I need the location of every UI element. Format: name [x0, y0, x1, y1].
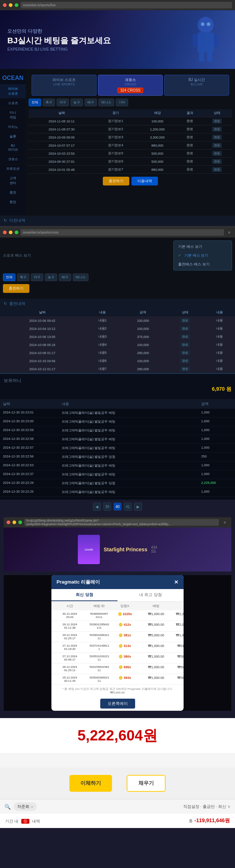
close-dot2[interactable]	[3, 231, 7, 234]
dropdown-item-2[interactable]: ✓ 기본 배스 보기	[174, 251, 232, 260]
sidebar-item-slot[interactable]: 슬롯	[0, 132, 26, 141]
sidebar-item-casino[interactable]: 카지노	[0, 122, 26, 132]
col-game: 경기	[95, 109, 137, 117]
filter2-basketball[interactable]: 농구	[45, 273, 57, 281]
charge-button-2[interactable]: 충전하기	[3, 284, 29, 293]
filter-row-2: 전체 축구 야구 농구 배구 테니스	[3, 273, 232, 281]
hero-main-text: BJ실시간 베팅을 즐겨보세요	[7, 36, 111, 45]
sports-betting-area: 스포츠 배스 보기 기본 배스 보기 ✓ 기본 배스 보기 출전배스 배스 보기	[0, 238, 235, 299]
hero-subtitle: 오션만의 다양한	[7, 28, 111, 34]
dropdown-menu[interactable]: 기본 배스 보기 ✓ 기본 배스 보기 출전배스 배스 보기	[173, 240, 232, 271]
search-tag-close[interactable]: ×	[31, 805, 33, 809]
pagination: ◀ 39 40 41 ▶	[0, 500, 235, 514]
txn-row: 2024-12-30 20:23:00 프래그매틱플레이(슬) 별빛공주 배팅 …	[0, 418, 235, 426]
minimize-dot2[interactable]	[9, 231, 12, 234]
close-dot[interactable]	[3, 3, 7, 7]
cat-live-sports[interactable]: 라이브 스포츠 LIVE SPORTS	[32, 75, 97, 96]
history-button[interactable]: 이용내역	[131, 177, 158, 185]
big-amount-section: 5,222,604원	[0, 718, 235, 753]
svg-rect-3	[214, 34, 218, 47]
txn-col-content: 내용	[59, 399, 198, 409]
table-row: 2024-10-01 05:48 경기정보7 880,000 완료 완료	[29, 166, 232, 174]
charge-button[interactable]: 충전하기	[103, 177, 129, 185]
browser3-close[interactable]: ✕	[221, 521, 228, 525]
prev-page[interactable]: ◀	[93, 503, 101, 511]
page-41[interactable]: 41	[124, 503, 132, 511]
search-filter[interactable]: 직접설정 · 출금만 · 최신 ∨	[183, 804, 231, 809]
browser2-top-bar: oceanbet.io/sports/cross ✕	[0, 227, 235, 238]
sidebar-item-sports[interactable]: 스포츠	[0, 99, 26, 108]
filter-basketball[interactable]: 농구	[70, 99, 83, 106]
col-result: 결과	[178, 109, 202, 117]
dropdown-item-3[interactable]: 출전배스 배스 보기	[174, 260, 232, 269]
txn-row: 2024-12-30 20:22:53 프래그매틱플레이(슬) 별빛공주 배팅 …	[0, 461, 235, 470]
cat-cross[interactable]: 크로스 CROSS 324 CROSS	[98, 75, 163, 96]
action-btns-2: 충전하기	[3, 284, 232, 293]
url-bar2[interactable]: oceanbet.io/sports/cross	[21, 229, 224, 236]
url-bar3[interactable]: b=tp1g3/bmp.dminkzidng.net/g2s/html/Game…	[24, 519, 219, 526]
main-layout: OCEAN 라이브스포츠 스포츠 미니게임 카지노 슬롯 BJ라이브 크로스 프…	[0, 69, 235, 216]
search-bar: 🔍 차준희 × 직접설정 · 출금만 · 최신 ∨	[0, 799, 235, 814]
modal-close-icon[interactable]: ✕	[174, 579, 178, 585]
sidebar-item-promo[interactable]: 프로모션	[0, 164, 26, 174]
sidebar-item-support[interactable]: 고객센터	[0, 174, 26, 188]
minimize-dot[interactable]	[9, 3, 12, 7]
sidebar-item-charge[interactable]: 충전	[0, 188, 26, 198]
reload-icon-2: ↻	[4, 301, 7, 306]
sidebar-item-bjlive[interactable]: BJ라이브	[0, 141, 26, 155]
filter2-soccer[interactable]: 축구	[17, 273, 29, 281]
svg-rect-1	[198, 32, 214, 52]
txn-row: 2024-12-30 20:22:56 프래그매틱플레이(슬) 별빛공주 당첨 …	[0, 453, 235, 461]
sidebar-item-minigame[interactable]: 미니게임	[0, 108, 26, 122]
url-bar[interactable]: oceanbet.io/sports/live	[21, 2, 232, 8]
pragmatic-modal: Pragmatic 리플레이 ✕ 최신 당첨 내 최고 당첨 시간 배팅 ID …	[51, 575, 184, 711]
col-odds: 배당	[137, 109, 178, 117]
modal-row: 29.12.202401:25:17 503904289321 11 🪙 381…	[51, 632, 184, 642]
filter-all[interactable]: 전체	[29, 99, 41, 106]
txn-row: 2024-12-30 20:22:37 프래그매틱플레이(슬) 별빛공주 배팅 …	[0, 470, 235, 479]
close-dot3[interactable]	[7, 521, 10, 524]
balance-display: 434SS	[151, 545, 157, 553]
sidebar: OCEAN 라이브스포츠 스포츠 미니게임 카지노 슬롯 BJ라이브 크로스 프…	[0, 69, 26, 216]
next-page[interactable]: ▶	[134, 503, 142, 511]
filter-baseball[interactable]: 야구	[57, 99, 69, 106]
filter-tennis[interactable]: 테니스	[98, 99, 114, 106]
page-39[interactable]: 39	[103, 503, 111, 511]
filter2-all[interactable]: 전체	[3, 273, 15, 281]
table-row: 2024-11-08 16:11 경기정보1 100,000 완료 완료	[29, 117, 232, 125]
filter-volleyball[interactable]: 배구	[84, 99, 97, 106]
maximize-dot2[interactable]	[15, 231, 18, 234]
maximize-dot[interactable]	[15, 3, 18, 7]
search-tag[interactable]: 차준희 ×	[14, 802, 37, 811]
modal-close-button[interactable]: 오른쪽에이	[100, 699, 135, 709]
transfer-button[interactable]: 이체하기	[69, 775, 112, 792]
txn-row: 2024-12-30 20:22:58 프래그매틱플레이(슬) 별빛공주 배팅 …	[0, 435, 235, 444]
filter-other[interactable]: 기타	[116, 99, 128, 106]
tab-latest-wins[interactable]: 최신 당첨	[51, 589, 118, 601]
sidebar-item-cross[interactable]: 크로스	[0, 155, 26, 164]
table-row: 2024-09-30 27:01 경기정보6 500,000 완료 완료	[29, 158, 232, 166]
table-row: 2024-10-03 23:50 경기정보5 500,000 완료 완료	[29, 150, 232, 158]
table-row: 2024-11-08 07:30 경기정보2 1,200,000 완료 완료	[29, 125, 232, 133]
filter2-baseball[interactable]: 야구	[31, 273, 43, 281]
spacer	[0, 753, 235, 768]
max-dot3[interactable]	[18, 521, 22, 524]
table-row: 2024-10-06 09:42 내용1 100,000 완료 내용	[0, 317, 235, 325]
txn-row: 2024-12-30 20:23:01 프래그매틱플레이(슬) 별빛공주 배팅 …	[0, 409, 235, 418]
filter2-volleyball[interactable]: 배구	[59, 273, 71, 281]
action-buttons: 충전하기 이용내역	[29, 177, 232, 185]
txn-table-header: 날짜 내용 금액	[0, 399, 235, 409]
cat-bj-live[interactable]: BJ 실시간 BJ LIVE	[164, 75, 229, 96]
recharge-button[interactable]: 채우기	[127, 775, 166, 792]
page-40[interactable]: 40	[113, 503, 122, 511]
filter2-tennis[interactable]: 테니스	[73, 273, 88, 281]
txn-row: 2024-12-30 20:22:25 프래그매틱플레이(슬) 별빛공주 배팅 …	[0, 488, 235, 497]
browser-top-bar: oceanbet.io/sports/live	[0, 0, 235, 10]
sidebar-item-withdraw[interactable]: 환전	[0, 198, 26, 207]
sidebar-item-livesports[interactable]: 라이브스포츠	[0, 84, 26, 99]
dropdown-item-1[interactable]: 기본 배스 보기	[174, 242, 232, 251]
txn-col-amount: 금액	[198, 399, 235, 409]
min-dot3[interactable]	[12, 521, 16, 524]
tab-my-best-wins[interactable]: 내 최고 당첨	[118, 589, 184, 601]
filter-soccer[interactable]: 축구	[43, 99, 55, 106]
